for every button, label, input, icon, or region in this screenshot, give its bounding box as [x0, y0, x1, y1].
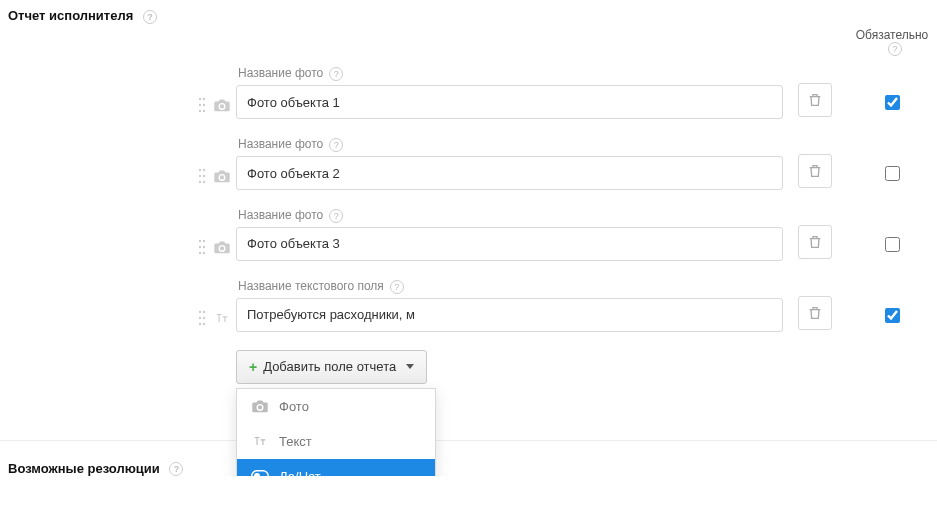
field-label: Название фото? — [238, 137, 783, 152]
report-field-row: Название текстового поля? — [0, 279, 937, 332]
svg-point-14 — [199, 246, 201, 248]
svg-point-9 — [203, 175, 205, 177]
field-label: Название фото? — [238, 66, 783, 81]
drag-handle[interactable] — [198, 168, 206, 184]
required-checkbox[interactable] — [885, 237, 900, 252]
camera-icon — [212, 169, 232, 183]
field-name-input[interactable] — [236, 298, 783, 332]
dropdown-item-camera[interactable]: Фото — [237, 389, 435, 424]
delete-field-button[interactable] — [798, 83, 832, 117]
svg-point-25 — [254, 473, 260, 476]
help-icon[interactable]: ? — [888, 42, 902, 56]
drag-handle[interactable] — [198, 310, 206, 326]
svg-point-20 — [199, 317, 201, 319]
add-field-label: Добавить поле отчета — [263, 359, 396, 374]
toggle-icon — [251, 469, 269, 476]
svg-point-4 — [199, 110, 201, 112]
svg-point-12 — [199, 240, 201, 242]
field-name-input[interactable] — [236, 227, 783, 261]
help-icon[interactable]: ? — [329, 138, 343, 152]
svg-point-18 — [199, 311, 201, 313]
dropdown-item-label: Текст — [279, 434, 312, 449]
svg-point-1 — [203, 98, 205, 100]
text-icon — [212, 311, 232, 325]
add-field-dropdown: ФотоТекстДа/НетЗначение из спискаДействи… — [236, 388, 436, 477]
help-icon[interactable]: ? — [329, 67, 343, 81]
svg-point-5 — [203, 110, 205, 112]
required-checkbox[interactable] — [885, 166, 900, 181]
delete-field-button[interactable] — [798, 154, 832, 188]
svg-point-13 — [203, 240, 205, 242]
svg-point-23 — [203, 323, 205, 325]
add-field-button[interactable]: + Добавить поле отчета — [236, 350, 427, 384]
delete-field-button[interactable] — [798, 225, 832, 259]
camera-icon — [212, 240, 232, 254]
plus-icon: + — [249, 359, 257, 375]
field-name-input[interactable] — [236, 156, 783, 190]
drag-handle[interactable] — [198, 97, 206, 113]
svg-point-0 — [199, 98, 201, 100]
svg-point-11 — [203, 181, 205, 183]
drag-handle[interactable] — [198, 239, 206, 255]
camera-icon — [251, 399, 269, 413]
svg-point-7 — [203, 169, 205, 171]
help-icon[interactable]: ? — [390, 280, 404, 294]
section-title-resolutions: Возможные резолюции ? — [0, 461, 937, 477]
field-label: Название текстового поля? — [238, 279, 783, 294]
svg-point-16 — [199, 252, 201, 254]
required-column-header: Обязательно ? — [847, 28, 937, 63]
help-icon[interactable]: ? — [329, 209, 343, 223]
svg-point-21 — [203, 317, 205, 319]
chevron-down-icon — [406, 364, 414, 369]
svg-point-15 — [203, 246, 205, 248]
required-checkbox[interactable] — [885, 308, 900, 323]
svg-point-6 — [199, 169, 201, 171]
svg-point-3 — [203, 104, 205, 106]
svg-point-22 — [199, 323, 201, 325]
required-checkbox[interactable] — [885, 95, 900, 110]
svg-point-8 — [199, 175, 201, 177]
field-label: Название фото? — [238, 208, 783, 223]
report-field-row: Название фото? — [0, 137, 937, 190]
delete-field-button[interactable] — [798, 296, 832, 330]
field-name-input[interactable] — [236, 85, 783, 119]
dropdown-item-label: Да/Нет — [279, 469, 321, 477]
report-field-row: Название фото? — [0, 66, 937, 119]
svg-point-17 — [203, 252, 205, 254]
help-icon[interactable]: ? — [143, 10, 157, 24]
help-icon[interactable]: ? — [169, 462, 183, 476]
dropdown-item-text[interactable]: Текст — [237, 424, 435, 459]
report-field-row: Название фото? — [0, 208, 937, 261]
dropdown-item-label: Фото — [279, 399, 309, 414]
svg-point-2 — [199, 104, 201, 106]
svg-point-10 — [199, 181, 201, 183]
dropdown-item-toggle[interactable]: Да/Нет — [237, 459, 435, 477]
camera-icon — [212, 98, 232, 112]
svg-point-19 — [203, 311, 205, 313]
section-title-report: Отчет исполнителя ? — [0, 0, 937, 28]
text-icon — [251, 434, 269, 448]
